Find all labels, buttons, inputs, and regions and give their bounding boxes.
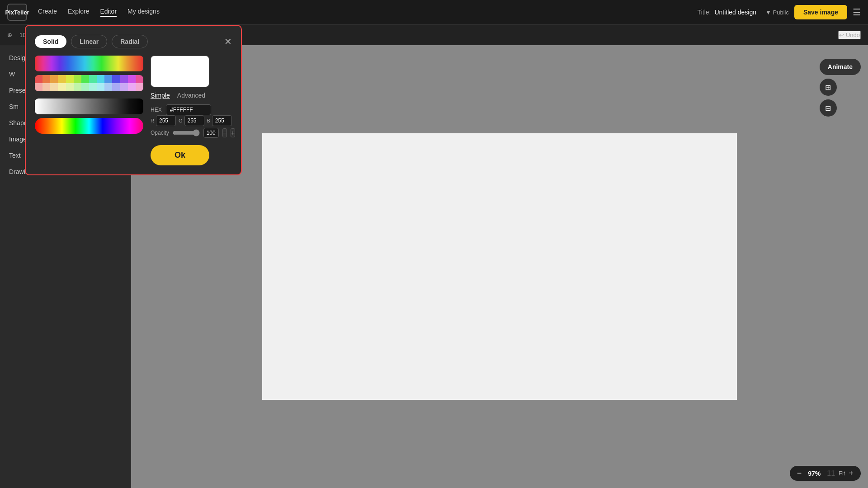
p11[interactable] [112,83,120,91]
p8[interactable] [89,83,97,91]
p14[interactable] [136,83,143,91]
s12[interactable] [120,75,128,83]
s1[interactable] [35,75,42,83]
zoom-bar: − 97% 11 Fit + [790,466,861,481]
p10[interactable] [104,83,112,91]
p12[interactable] [120,83,128,91]
b-label: B [207,118,210,123]
s8[interactable] [89,75,97,83]
title-area: Title: Untitled design [698,9,756,16]
p4[interactable] [58,83,66,91]
canvas[interactable] [262,133,737,400]
nav-right: ▼ Public Save image ☰ [765,5,861,19]
layout-icon: ⊟ [825,104,831,113]
rainbow-strip-wrap [35,118,143,134]
undo-label: Undo [846,32,860,38]
r-input-wrap: R [151,115,176,126]
tab-linear[interactable]: Linear [71,35,107,48]
close-button[interactable]: ✕ [224,37,232,46]
spectrum-swatch-1[interactable] [35,56,143,71]
logo-text: PixTeller [5,9,29,16]
rgb-row: R G B [151,115,216,126]
plus-icon: ⊞ [825,83,831,92]
p13[interactable] [128,83,136,91]
hex-label: HEX [151,107,163,113]
tab-radial[interactable]: Radial [112,35,148,48]
p5[interactable] [66,83,74,91]
spectrum-2-wrap [35,75,143,95]
right-inputs-panel: Simple Advanced HEX R G B [151,56,216,165]
color-picker-popup: Solid Linear Radial ✕ [25,25,242,175]
s4[interactable] [58,75,66,83]
hex-input[interactable] [166,104,211,115]
add-icon-button[interactable]: ⊞ [820,79,837,96]
save-image-button[interactable]: Save image [794,5,847,19]
spectrum-row-1[interactable] [35,56,143,71]
zoom-fit[interactable]: Fit [839,470,845,477]
title-value[interactable]: Untitled design [714,9,756,16]
p2[interactable] [42,83,50,91]
zoom-separator: 11 [827,469,835,478]
top-navigation: PixTeller Create Explore Editor My desig… [0,0,868,25]
p7[interactable] [81,83,89,91]
s7[interactable] [81,75,89,83]
g-input[interactable] [184,115,204,126]
grayscale-row[interactable] [35,99,143,114]
saturated-row [35,75,143,83]
s3[interactable] [50,75,58,83]
s13[interactable] [128,75,136,83]
logo-area: PixTeller [7,4,27,21]
s2[interactable] [42,75,50,83]
r-input[interactable] [156,115,176,126]
pastel-row [35,83,143,91]
nav-create[interactable]: Create [38,8,57,17]
public-button[interactable]: ▼ Public [765,9,789,16]
swatches-panel [35,56,143,165]
b-input-wrap: B [207,115,232,126]
rainbow-strip[interactable] [35,118,143,134]
opacity-slider[interactable] [173,129,200,136]
p6[interactable] [74,83,81,91]
s11[interactable] [112,75,120,83]
nav-links: Create Explore Editor My designs [38,8,160,17]
undo-icon: ↩ [839,32,844,38]
zoom-out-button[interactable]: − [797,469,802,478]
s14[interactable] [136,75,143,83]
opacity-minus-button[interactable]: − [222,128,227,137]
zoom-value: 97% [805,470,823,477]
p9[interactable] [97,83,104,91]
title-label: Title: [698,9,711,16]
layout-icon-button[interactable]: ⊟ [820,99,837,117]
toolbar-zoom-icon: ⊕ [7,32,12,38]
menu-button[interactable]: ☰ [853,7,861,18]
nav-mydesigns[interactable]: My designs [127,8,160,17]
b-input[interactable] [212,115,232,126]
hex-row: HEX [151,104,216,115]
zoom-in-button[interactable]: + [849,469,854,478]
ok-button[interactable]: Ok [151,145,209,165]
s5[interactable] [66,75,74,83]
grayscale-swatch[interactable] [35,99,143,114]
color-mode-tabs: Simple Advanced [151,92,216,99]
nav-editor[interactable]: Editor [100,8,117,17]
right-sidebar-buttons: Animate ⊞ ⊟ [820,59,861,117]
popup-header: Solid Linear Radial ✕ [35,35,232,48]
picker-body: Simple Advanced HEX R G B [35,56,232,165]
nav-explore[interactable]: Explore [68,8,89,17]
logo-box: PixTeller [7,4,27,21]
s10[interactable] [104,75,112,83]
g-input-wrap: G [179,115,204,126]
color-preview [151,56,209,87]
opacity-label: Opacity [151,130,169,136]
animate-button[interactable]: Animate [820,59,861,75]
s6[interactable] [74,75,81,83]
p1[interactable] [35,83,42,91]
tab-simple[interactable]: Simple [151,92,170,99]
opacity-plus-button[interactable]: + [231,128,235,137]
tab-advanced[interactable]: Advanced [177,92,205,99]
s9[interactable] [97,75,104,83]
undo-button[interactable]: ↩ Undo [838,31,861,39]
p3[interactable] [50,83,58,91]
tab-solid[interactable]: Solid [35,35,66,48]
opacity-row: Opacity 100 − + [151,128,216,138]
